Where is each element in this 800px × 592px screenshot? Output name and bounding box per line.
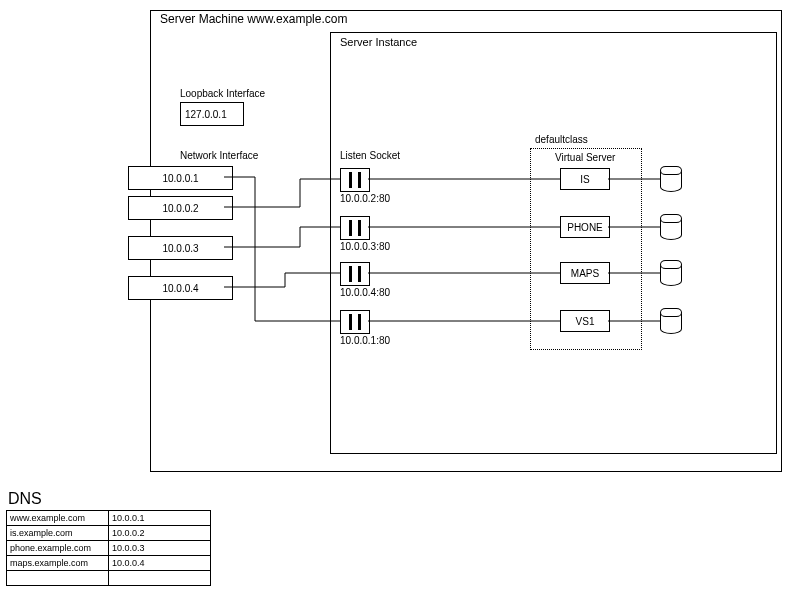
connector-lines	[0, 0, 800, 592]
dns-table: www.example.com10.0.0.1 is.example.com10…	[6, 510, 211, 586]
table-row: is.example.com10.0.0.2	[7, 526, 211, 541]
diagram-stage: Server Machine www.example.com Server In…	[0, 0, 800, 592]
table-row	[7, 571, 211, 586]
table-row: phone.example.com10.0.0.3	[7, 541, 211, 556]
table-row: www.example.com10.0.0.1	[7, 511, 211, 526]
table-row: maps.example.com10.0.0.4	[7, 556, 211, 571]
dns-heading: DNS	[8, 490, 42, 508]
